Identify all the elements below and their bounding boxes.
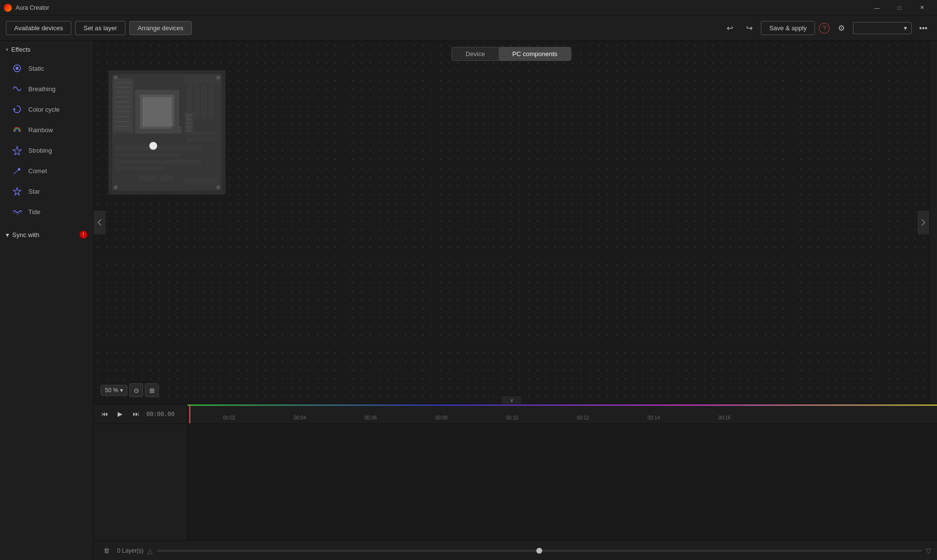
svg-point-1 <box>16 67 19 70</box>
svg-point-43 <box>216 185 220 189</box>
canvas-arrow-right[interactable] <box>917 211 929 234</box>
sync-info-badge: ! <box>80 231 87 239</box>
tab-pc-components[interactable]: PC components <box>499 47 571 60</box>
available-devices-button[interactable]: Available devices <box>6 21 71 35</box>
layer-count: 0 Layer(s) <box>117 547 143 554</box>
svg-point-40 <box>114 76 118 80</box>
svg-rect-28 <box>116 153 179 157</box>
track-content <box>187 424 937 540</box>
sidebar-item-static[interactable]: Static <box>0 58 93 79</box>
bottom-bar: 🗑 0 Layer(s) △ ▽ <box>94 540 937 560</box>
fast-forward-button[interactable]: ⏭ <box>129 407 143 421</box>
colorcycle-label: Color cycle <box>28 106 60 113</box>
sidebar-item-star[interactable]: Star <box>0 181 93 201</box>
dropdown-chevron-icon: ▾ <box>904 24 907 32</box>
more-options-button[interactable]: ••• <box>916 20 931 36</box>
svg-rect-30 <box>116 166 164 170</box>
titlebar: Aura Creator — □ ✕ <box>0 0 937 16</box>
colorcycle-icon <box>12 104 22 115</box>
zoom-dropdown-icon: ▾ <box>120 387 123 394</box>
save-apply-button[interactable]: Save & apply <box>761 21 815 35</box>
redo-button[interactable]: ↪ <box>741 20 757 36</box>
strobing-label: Strobing <box>28 147 52 154</box>
rewind-button[interactable]: ⏮ <box>98 407 111 421</box>
zoom-slider-thumb[interactable] <box>536 548 542 554</box>
toolbar: Available devices Set as layer Arrange d… <box>0 16 937 41</box>
comet-icon <box>12 165 22 176</box>
static-label: Static <box>28 65 44 72</box>
sidebar-item-strobing[interactable]: Strobing <box>0 140 93 160</box>
minimize-button[interactable]: — <box>866 0 888 16</box>
tide-icon <box>12 206 22 217</box>
play-button[interactable]: ▶ <box>113 407 127 421</box>
star-icon <box>12 186 22 197</box>
svg-marker-5 <box>13 187 21 195</box>
svg-rect-29 <box>116 160 201 164</box>
sidebar-item-colorcycle[interactable]: Color cycle <box>0 99 93 120</box>
timeline-zoom-slider: △ ▽ <box>147 547 931 555</box>
sync-with-label: Sync with <box>12 231 40 239</box>
tide-label: Tide <box>28 208 41 216</box>
arrange-devices-button[interactable]: Arrange devices <box>129 21 192 35</box>
undo-button[interactable]: ↩ <box>722 20 737 36</box>
select-all-button[interactable]: ⊞ <box>145 383 159 397</box>
ruler-mark-16: 00:16 <box>718 415 731 420</box>
svg-point-41 <box>216 76 220 80</box>
canvas-arrow-left[interactable] <box>94 211 105 234</box>
zoom-slider-track[interactable] <box>157 550 922 552</box>
window-controls: — □ ✕ <box>866 0 933 16</box>
effects-label: Effects <box>11 46 31 53</box>
device-canvas <box>108 70 225 195</box>
sidebar: ▾ Effects Static Breathing Color cycle <box>0 41 94 560</box>
close-button[interactable]: ✕ <box>911 0 933 16</box>
svg-rect-39 <box>184 178 218 184</box>
fit-screen-button[interactable]: ⊙ <box>129 383 143 397</box>
rainbow-icon <box>12 124 22 135</box>
svg-rect-10 <box>143 97 172 126</box>
comet-label: Comet <box>28 167 47 175</box>
svg-rect-38 <box>186 138 216 141</box>
right-panel <box>929 41 937 404</box>
delete-layer-button[interactable]: 🗑 <box>100 544 113 558</box>
time-display: 00:00.00 <box>146 411 175 418</box>
ruler-mark-2: 00:02 <box>223 415 235 420</box>
collapse-arrow[interactable]: ∨ <box>502 396 521 404</box>
ruler-mark-12: 00:12 <box>577 415 589 420</box>
zoom-in-icon: ▽ <box>926 547 931 555</box>
svg-rect-35 <box>172 126 182 134</box>
zoom-control[interactable]: 50 % ▾ <box>101 385 127 396</box>
maximize-button[interactable]: □ <box>888 0 911 16</box>
set-as-layer-button[interactable]: Set as layer <box>75 21 125 35</box>
svg-point-42 <box>114 185 118 189</box>
settings-button[interactable]: ⚙ <box>834 20 849 36</box>
sync-chevron-icon: ▾ <box>6 231 9 239</box>
app-title: Aura Creator <box>16 4 49 11</box>
profile-dropdown[interactable]: ▾ <box>853 22 912 34</box>
breathing-icon <box>12 83 22 94</box>
dot-grid: Device PC components <box>94 41 929 404</box>
main-content: ▾ Effects Static Breathing Color cycle <box>0 41 937 560</box>
effects-section-header[interactable]: ▾ Effects <box>0 41 93 58</box>
help-button[interactable]: ? <box>819 23 830 34</box>
ruler-mark-14: 00:14 <box>648 415 660 420</box>
tab-device[interactable]: Device <box>452 47 499 60</box>
collapse-icon: ∨ <box>510 398 513 403</box>
sidebar-item-comet[interactable]: Comet <box>0 160 93 181</box>
canvas-tabs: Device PC components <box>451 47 571 61</box>
zoom-out-icon: △ <box>147 547 153 555</box>
svg-rect-31 <box>138 175 157 181</box>
sidebar-item-breathing[interactable]: Breathing <box>0 79 93 99</box>
playback-controls: ⏮ ▶ ⏭ 00:00.00 <box>94 404 187 424</box>
sidebar-item-rainbow[interactable]: Rainbow <box>0 120 93 140</box>
motherboard-image <box>108 70 225 195</box>
timeline-area: ⏮ ▶ ⏭ 00:00.00 00:02 <box>94 404 937 540</box>
star-label: Star <box>28 188 40 195</box>
svg-rect-12 <box>194 85 200 119</box>
toolbar-right: ↩ ↪ Save & apply ? ⚙ ▾ ••• <box>722 20 931 36</box>
zoom-level: 50 % <box>105 387 118 394</box>
canvas-controls: 50 % ▾ ⊙ ⊞ <box>101 383 159 397</box>
ruler-mark-10: 00:10 <box>506 415 518 420</box>
sync-with-header[interactable]: ▾ Sync with ! <box>0 226 93 243</box>
track-labels <box>94 424 187 540</box>
sidebar-item-tide[interactable]: Tide <box>0 201 93 222</box>
